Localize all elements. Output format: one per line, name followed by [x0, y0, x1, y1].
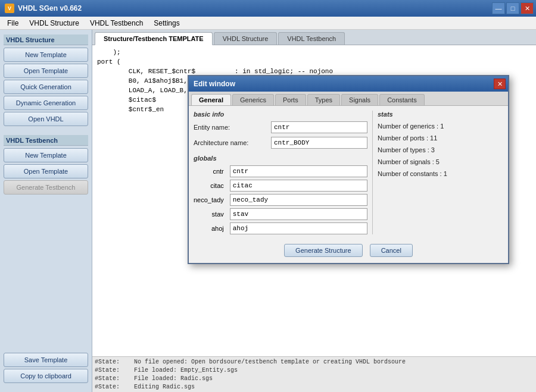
globals-cntr-input[interactable] [230, 165, 367, 177]
cancel-button[interactable]: Cancel [370, 244, 413, 257]
tab-vhdl-structure[interactable]: VHDL Structure [214, 32, 278, 45]
main-layout: VHDL Structure New Template Open Templat… [0, 30, 536, 392]
dialog-titlebar: Edit window ✕ [189, 76, 508, 92]
menu-file[interactable]: File [2, 18, 23, 29]
dialog-title: Edit window [194, 80, 235, 88]
dialog-tab-ports[interactable]: Ports [275, 94, 306, 105]
globals-stav-label: stav [194, 211, 228, 218]
sidebar-btn-new-template-testbench[interactable]: New Template [4, 148, 88, 162]
globals-ahoj-label: ahoj [194, 225, 228, 232]
stat-generics: Number of generics : 1 [378, 123, 503, 130]
menu-settings[interactable]: Settings [149, 18, 184, 29]
entity-name-label: Entity name: [194, 124, 271, 131]
stats-label: stats [378, 111, 503, 118]
sidebar-btn-open-template-structure[interactable]: Open Template [4, 64, 88, 78]
sidebar-btn-quick-generation[interactable]: Quick Generation [4, 80, 88, 94]
globals-ahoj-input[interactable] [230, 222, 367, 234]
sidebar-btn-dynamic-generation[interactable]: Dynamic Generation [4, 96, 88, 110]
menu-vhdl-structure[interactable]: VHDL Structure [24, 18, 84, 29]
tab-bar: Structure/Testbench TEMPLATE VHDL Struct… [92, 30, 536, 45]
tab-vhdl-testbench[interactable]: VHDL Testbench [278, 32, 345, 45]
sidebar-btn-save-template[interactable]: Save Template [4, 353, 88, 367]
dialog-left-panel: basic info Entity name: Architecture nam… [194, 111, 367, 234]
sidebar-btn-new-template-structure[interactable]: New Template [4, 48, 88, 62]
title-controls: — □ ✕ [492, 2, 534, 14]
modal-overlay: Edit window ✕ General Generics Ports Typ… [92, 45, 536, 392]
globals-cntr-label: cntr [194, 168, 228, 175]
dialog-buttons: Generate Structure Cancel [189, 239, 508, 263]
stat-signals: Number of signals : 5 [378, 158, 503, 165]
globals-neco-label: neco_tady [194, 196, 228, 203]
maximize-button[interactable]: □ [506, 2, 519, 14]
sidebar-btn-open-vhdl[interactable]: Open VHDL [4, 112, 88, 126]
sidebar-section-structure-title: VHDL Structure [4, 35, 88, 45]
sidebar: VHDL Structure New Template Open Templat… [0, 30, 92, 392]
edit-window-dialog: Edit window ✕ General Generics Ports Typ… [188, 75, 509, 264]
window-close-button[interactable]: ✕ [521, 2, 534, 14]
dialog-tab-generics[interactable]: Generics [232, 94, 274, 105]
sidebar-btn-open-template-testbench[interactable]: Open Template [4, 164, 88, 178]
basic-info-label: basic info [194, 111, 367, 118]
minimize-button[interactable]: — [492, 2, 505, 14]
content-area: Structure/Testbench TEMPLATE VHDL Struct… [92, 30, 536, 392]
globals-label: globals [194, 155, 367, 162]
menu-bar: File VHDL Structure VHDL Testbench Setti… [0, 17, 536, 30]
entity-name-input[interactable] [271, 121, 367, 133]
globals-grid: cntr citac neco_tady stav ahoj [194, 165, 367, 234]
sidebar-section-structure: VHDL Structure New Template Open Templat… [4, 35, 88, 128]
globals-neco-input[interactable] [230, 194, 367, 206]
dialog-tab-general[interactable]: General [191, 94, 231, 105]
sidebar-btn-copy-clipboard[interactable]: Copy to clipboard [4, 369, 88, 383]
stat-ports: Number of ports : 11 [378, 134, 503, 142]
stat-constants: Number of constants : 1 [378, 170, 503, 177]
app-title: VHDL SGen v0.662 [18, 4, 82, 12]
sidebar-section-testbench-title: VHDL Testbench [4, 135, 88, 146]
sidebar-section-testbench: VHDL Testbench New Template Open Templat… [4, 135, 88, 196]
dialog-close-button[interactable]: ✕ [494, 79, 506, 89]
sidebar-section-actions: Save Template Copy to clipboard [4, 353, 88, 385]
globals-citac-label: citac [194, 182, 228, 189]
arch-name-label: Architecture name: [194, 139, 271, 146]
generate-structure-button[interactable]: Generate Structure [284, 244, 363, 257]
dialog-tab-types[interactable]: Types [307, 94, 340, 105]
editor-wrapper: ); port ( CLK, RESET_$cntr$ : in std_log… [92, 45, 536, 392]
title-bar: V VHDL SGen v0.662 — □ ✕ [0, 0, 536, 17]
entity-name-row: Entity name: [194, 121, 367, 133]
globals-stav-input[interactable] [230, 208, 367, 220]
app-icon: V [5, 4, 14, 13]
menu-vhdl-testbench[interactable]: VHDL Testbench [85, 18, 148, 29]
globals-citac-input[interactable] [230, 180, 367, 192]
dialog-tab-signals[interactable]: Signals [341, 94, 378, 105]
dialog-right-panel: stats Number of generics : 1 Number of p… [372, 111, 503, 234]
tab-template[interactable]: Structure/Testbench TEMPLATE [95, 32, 213, 45]
sidebar-btn-generate-testbench[interactable]: Generate Testbench [4, 180, 88, 195]
stat-types: Number of types : 3 [378, 146, 503, 153]
dialog-tabs: General Generics Ports Types Signals Con… [189, 92, 508, 106]
arch-name-row: Architecture name: [194, 137, 367, 149]
dialog-body: basic info Entity name: Architecture nam… [189, 106, 508, 239]
title-bar-left: V VHDL SGen v0.662 [5, 4, 82, 13]
arch-name-input[interactable] [271, 137, 367, 149]
dialog-tab-constants[interactable]: Constants [379, 94, 425, 105]
